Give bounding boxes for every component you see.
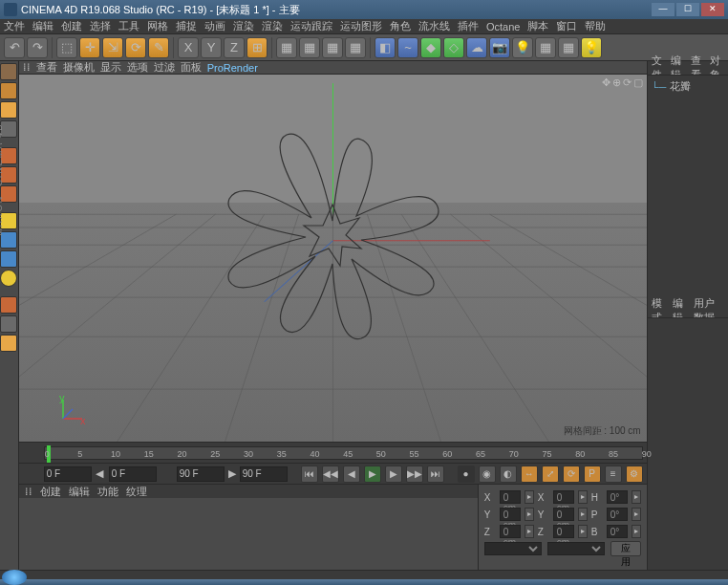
panel-tab[interactable]: 纹理 [126,485,147,499]
menu-item[interactable]: 插件 [458,19,479,33]
minimize-button[interactable]: — [652,3,674,16]
panel-tab[interactable]: 功能 [97,485,118,499]
orbit-icon[interactable]: ⟳ [623,76,632,89]
coord-z-pos[interactable]: 0 cm [500,525,521,538]
paint-button[interactable] [0,335,17,352]
menu-item[interactable]: 运动图形 [340,19,382,33]
move-tool[interactable]: ✛ [79,37,100,58]
stepper-icon[interactable]: ▸ [525,508,534,521]
viewport-menu-item[interactable]: 查看 [36,60,57,75]
menu-item[interactable]: 工具 [118,19,139,33]
menu-item[interactable]: 脚本 [527,19,548,33]
close-button[interactable]: ✕ [701,3,724,16]
menu-item[interactable]: 运动跟踪 [290,19,332,33]
range-end-grip[interactable]: ▶ [228,467,236,480]
viewport-menu-item[interactable]: 过滤 [154,60,175,75]
menu-item[interactable]: 网格 [147,19,168,33]
bulb-button[interactable]: 💡 [581,37,602,58]
coord-x-pos[interactable]: 0 cm [500,490,521,504]
scale-tool[interactable]: ⇲ [102,37,123,58]
viewport-menu-item[interactable]: 选项 [127,60,148,75]
viewport-menu-item[interactable]: ProRender [207,62,258,74]
mesh-button[interactable] [0,315,17,333]
autokey-button[interactable]: ◉ [479,466,496,483]
coord-size-mode-select[interactable] [547,542,605,555]
deformer-button[interactable]: ◇ [443,37,464,58]
menu-item[interactable]: 窗口 [556,19,577,33]
current-frame-input[interactable] [109,466,157,482]
render-pv-button[interactable]: ▦ [322,37,343,58]
stepper-icon[interactable]: ▸ [632,525,641,538]
stepper-icon[interactable]: ▸ [578,490,588,504]
coord-system-button[interactable]: ⊞ [246,37,268,58]
render-region-button[interactable]: ▦ [299,37,320,58]
menu-item[interactable]: 流水线 [418,19,450,33]
object-manager[interactable]: └─ 花瓣 [648,75,728,304]
tweak-button[interactable] [0,296,17,314]
pan-icon[interactable]: ✥ [602,76,610,89]
coord-y-pos[interactable]: 0 cm [500,508,521,521]
viewport-menu-item[interactable]: 显示 [100,60,121,75]
viewport[interactable]: y x 网格间距 : 100 cm ✥ ⊕ ⟳ ▢ [19,75,647,442]
key-pos-button[interactable]: ↔ [521,466,538,483]
axis-x-button[interactable]: X [178,37,199,58]
start-button[interactable] [2,570,27,585]
key-param-button[interactable]: P [584,466,601,483]
menu-item[interactable]: Octane [486,21,520,32]
soft-select-button[interactable] [0,270,17,287]
range-slider[interactable]: ◀ [96,467,105,480]
stepper-icon[interactable]: ▸ [525,490,534,504]
coord-x-size[interactable]: 0 cm [553,490,574,504]
object-name[interactable]: 花瓣 [670,79,691,94]
cube-primitive-button[interactable]: ◧ [375,37,396,58]
coord-z-size[interactable]: 0 cm [553,525,574,538]
coord-p-rot[interactable]: 0° [607,508,628,521]
menu-item[interactable]: 选择 [90,19,111,33]
object-mode-button[interactable] [0,82,17,99]
timeline[interactable]: 051015202530354045505560657075808590 [19,442,647,463]
record-button[interactable]: ● [458,466,475,483]
key-pla-button[interactable]: ≡ [605,466,622,483]
maximize-icon[interactable]: ▢ [633,76,643,89]
range-end-input[interactable] [177,466,225,482]
menu-item[interactable]: 角色 [390,19,411,33]
generator-button[interactable]: ◆ [420,37,441,58]
viewport-menu-item[interactable]: 摄像机 [63,60,95,75]
undo-button[interactable]: ↶ [4,37,25,58]
project-end-input[interactable] [240,466,288,482]
rotate-tool[interactable]: ⟳ [125,37,146,58]
goto-start-button[interactable]: ⏮ [301,466,318,483]
panel-grab-icon[interactable]: ⁞⁞ [25,486,32,498]
texture-mode-button[interactable] [0,101,17,119]
coord-y-size[interactable]: 0 cm [553,508,574,521]
panel-tab[interactable]: 编辑 [69,485,90,499]
prev-key-button[interactable]: ◀◀ [322,466,339,483]
key-rot-button[interactable]: ⟳ [563,466,580,483]
menu-item[interactable]: 帮助 [585,19,606,33]
maximize-button[interactable]: ☐ [676,3,699,16]
goto-end-button[interactable]: ⏭ [427,466,444,483]
lasttool-button[interactable]: ✎ [148,37,169,58]
viewport-menu-item[interactable]: 面板 [181,60,202,75]
axis-z-button[interactable]: Z [224,37,245,58]
redo-button[interactable]: ↷ [27,37,48,58]
axis-y-button[interactable]: Y [201,37,222,58]
environment-button[interactable]: ☁ [466,37,487,58]
panel-grab-icon[interactable]: ⁞⁞ [23,61,31,74]
os-taskbar[interactable] [0,579,728,585]
stepper-icon[interactable]: ▸ [632,508,641,521]
next-key-button[interactable]: ▶▶ [406,466,423,483]
misc2-button[interactable]: ▦ [558,37,579,58]
misc1-button[interactable]: ▦ [535,37,556,58]
spline-button[interactable]: ~ [397,37,418,58]
stepper-icon[interactable]: ▸ [578,525,588,538]
menu-item[interactable]: 文件 [4,19,25,33]
coord-b-rot[interactable]: 0° [607,525,628,538]
coord-h-rot[interactable]: 0° [607,490,628,504]
spline-flower-object[interactable] [218,120,447,350]
next-frame-button[interactable]: ▶ [385,466,402,483]
play-button[interactable]: ▶ [364,466,381,483]
select-tool[interactable]: ⬚ [56,37,77,58]
range-start-input[interactable] [44,466,92,482]
light-button[interactable]: 💡 [512,37,533,58]
